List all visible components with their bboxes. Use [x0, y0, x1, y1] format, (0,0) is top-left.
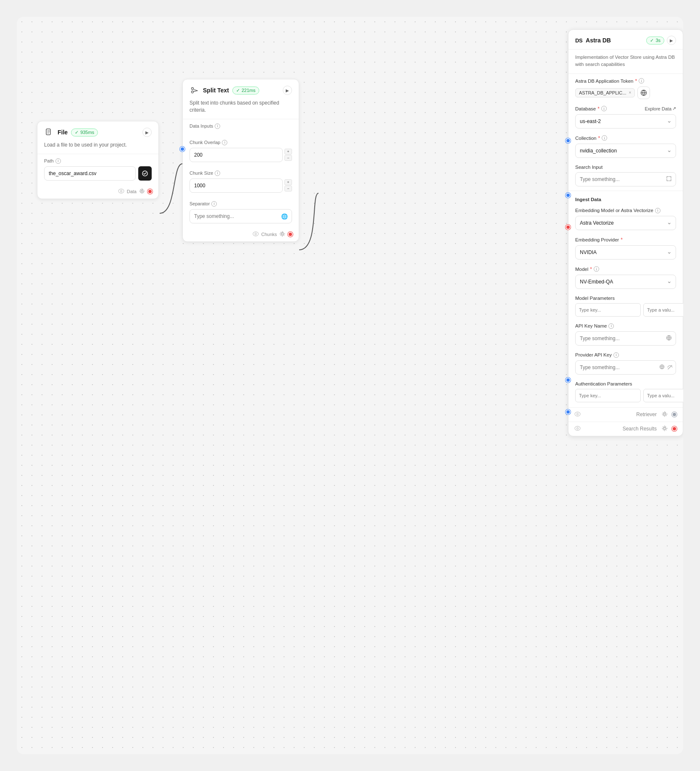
chunk-overlap-increment[interactable]: + [284, 149, 292, 155]
separator-input[interactable] [189, 209, 292, 223]
astra-title-group: DS Astra DB [575, 37, 611, 44]
split-description: Split text into chunks based on specifie… [183, 100, 299, 119]
chunk-size-increment[interactable]: + [284, 179, 292, 185]
retriever-eye-icon[interactable] [574, 411, 581, 418]
chunk-overlap-input-row: + − [189, 148, 292, 162]
search-results-settings-icon[interactable] [662, 425, 668, 433]
svg-point-19 [664, 427, 666, 429]
provider-api-key-hide-icon[interactable] [667, 364, 673, 371]
auth-params-val-input[interactable] [643, 389, 683, 402]
svg-point-7 [253, 232, 258, 236]
embedding-select[interactable]: Astra Vectorize [575, 216, 676, 230]
file-path-input[interactable] [44, 166, 136, 181]
astra-api-key-name-label: API Key Name i [575, 323, 676, 329]
chunk-size-input[interactable] [189, 178, 283, 193]
file-play-button[interactable]: ▶ [142, 128, 152, 137]
svg-point-3 [120, 190, 122, 192]
split-check-icon: ✓ [236, 88, 240, 93]
split-eye-icon[interactable] [253, 231, 259, 238]
path-info-icon[interactable]: i [55, 158, 61, 164]
file-settings-icon[interactable] [139, 188, 145, 195]
svg-point-14 [575, 412, 580, 416]
split-node-title-group: Split Text ✓ 221ms [189, 85, 259, 95]
collection-info-icon[interactable]: i [602, 135, 607, 141]
auth-params-key-input[interactable] [575, 389, 641, 402]
token-required-dot: * [635, 78, 637, 84]
chunk-size-field: Chunk Size i + − [183, 166, 299, 197]
chunk-overlap-stepper: + − [284, 149, 292, 161]
chunk-size-decrement[interactable]: − [284, 186, 292, 191]
chunk-overlap-info-icon[interactable]: i [222, 140, 227, 145]
astra-ingest-port[interactable] [566, 225, 571, 230]
file-path-confirm-button[interactable] [138, 166, 152, 181]
astra-header-actions: ✓ 3s ▶ [646, 36, 676, 45]
chunk-size-input-row: + − [189, 178, 292, 193]
separator-label: Separator i [189, 201, 292, 207]
astra-api-key-port[interactable] [566, 378, 571, 383]
split-settings-icon[interactable] [279, 231, 285, 238]
file-data-port[interactable] [147, 189, 153, 194]
retriever-port[interactable] [672, 412, 677, 417]
astra-play-button[interactable]: ▶ [667, 36, 676, 45]
collection-select[interactable]: nvidia_collection [575, 144, 676, 158]
svg-point-2 [118, 189, 124, 193]
search-input[interactable] [575, 172, 676, 186]
astra-model-label: Model * i [575, 266, 676, 272]
search-results-eye-icon[interactable] [574, 425, 581, 432]
file-eye-icon[interactable] [118, 189, 124, 195]
api-key-name-info-icon[interactable]: i [608, 323, 614, 329]
retriever-settings-icon[interactable] [662, 411, 668, 418]
model-params-key-input[interactable] [575, 303, 641, 317]
astra-provider-api-port[interactable] [566, 409, 571, 414]
chunk-size-info-icon[interactable]: i [215, 170, 220, 176]
chunk-overlap-decrement[interactable]: − [284, 155, 292, 161]
canvas: File ✓ 935ms ▶ Load a file to be used in… [17, 17, 683, 754]
search-results-port[interactable] [672, 426, 677, 431]
astra-embedding-port[interactable] [566, 138, 571, 143]
file-node-footer: Data [37, 185, 158, 199]
explore-data-link[interactable]: Explore Data ↗ [645, 106, 676, 111]
model-info-icon[interactable]: i [594, 266, 599, 272]
api-key-name-input[interactable] [575, 331, 676, 346]
token-info-icon[interactable]: i [639, 78, 644, 84]
split-badge-text: 221ms [242, 88, 255, 93]
embedding-info-icon[interactable]: i [655, 208, 661, 213]
data-inputs-info-icon[interactable]: i [215, 123, 220, 129]
split-play-button[interactable]: ▶ [283, 86, 292, 95]
collection-select-container: nvidia_collection [575, 144, 676, 158]
chunk-overlap-input[interactable] [189, 148, 283, 162]
svg-point-18 [577, 427, 579, 429]
provider-api-key-globe-icon[interactable] [659, 364, 665, 371]
separator-globe-icon[interactable]: 🌐 [281, 213, 288, 219]
split-left-port[interactable] [180, 147, 185, 152]
astra-api-key-name-field: API Key Name i [568, 319, 683, 348]
astra-collection-field: Collection * i nvidia_collection [568, 131, 683, 160]
token-globe-button[interactable] [637, 87, 650, 99]
retriever-row: Retriever [568, 407, 683, 422]
model-params-val-input[interactable] [643, 303, 683, 317]
astra-badge: ✓ 3s [646, 37, 664, 45]
svg-point-15 [577, 413, 579, 415]
api-key-name-globe-icon[interactable] [666, 335, 672, 342]
search-results-label: Search Results [583, 426, 657, 432]
token-close-button[interactable]: × [629, 90, 632, 95]
astra-search-input-port[interactable] [566, 193, 571, 198]
astra-title: Astra DB [586, 37, 611, 44]
svg-point-6 [192, 91, 194, 93]
chunk-size-stepper: + − [284, 179, 292, 191]
embedding-provider-select[interactable]: NVIDIA [575, 245, 676, 260]
search-input-expand-icon[interactable] [666, 176, 672, 183]
astra-model-params-label: Model Parameters [575, 296, 676, 301]
provider-api-key-info-icon[interactable]: i [613, 352, 619, 358]
file-badge-text: 935ms [80, 130, 94, 135]
database-info-icon[interactable]: i [601, 106, 607, 111]
search-input-wrapper [575, 172, 676, 186]
file-node-badge: ✓ 935ms [71, 128, 98, 136]
file-path-field: Path i [37, 154, 158, 185]
model-select[interactable]: NV-Embed-QA [575, 275, 676, 289]
file-node-title-group: File ✓ 935ms [44, 127, 98, 137]
separator-info-icon[interactable]: i [211, 201, 217, 207]
database-select[interactable]: us-east-2 [575, 114, 676, 128]
retriever-label: Retriever [583, 412, 657, 417]
split-chunks-port[interactable] [288, 232, 293, 237]
